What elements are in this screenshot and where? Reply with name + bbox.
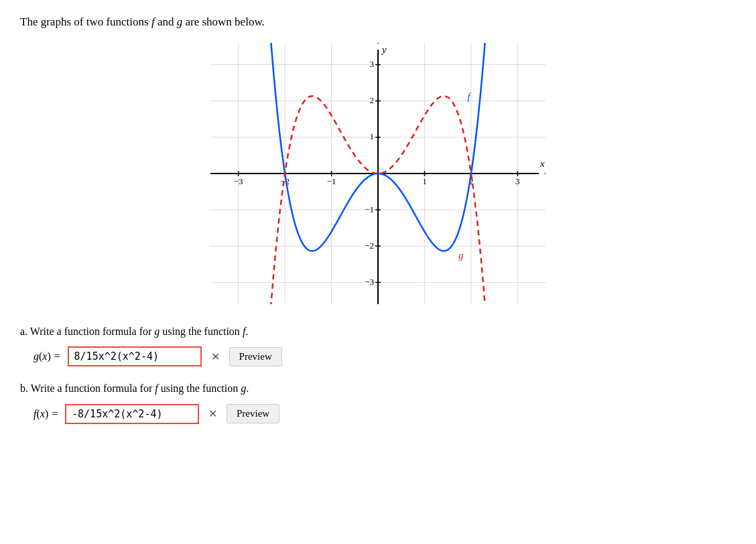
answer-b-preview-button[interactable]: Preview [227, 404, 279, 423]
question-b-text1: b. Write a function formula for [20, 383, 155, 394]
answer-a-preview-button[interactable]: Preview [229, 347, 282, 366]
question-a-label: a. Write a function formula for g using … [20, 323, 736, 340]
question-a-text2: using the function [160, 326, 243, 337]
question-b-period: . [246, 383, 249, 394]
graph-container [20, 43, 736, 304]
answer-a-row: g(x) = ✕ Preview [34, 346, 736, 366]
intro-text-after: are shown below. [182, 15, 265, 28]
answer-a-clear-button[interactable]: ✕ [208, 349, 223, 364]
intro-paragraph: The graphs of two functions f and g are … [20, 13, 736, 31]
answer-a-input[interactable] [68, 346, 202, 366]
answer-b-input[interactable] [65, 404, 199, 424]
intro-g-label: g [177, 15, 183, 28]
question-a-section: a. Write a function formula for g using … [20, 323, 736, 367]
question-a-text1: a. Write a function formula for [20, 326, 154, 337]
question-b-label: b. Write a function formula for f using … [20, 380, 736, 397]
question-b-section: b. Write a function formula for f using … [20, 380, 736, 424]
answer-b-func-label: f(x) = [34, 408, 58, 420]
graph-canvas [210, 43, 546, 304]
graph-area [210, 43, 546, 304]
intro-text-and: and [155, 15, 177, 28]
question-b-text2: using the function [158, 383, 241, 394]
answer-b-row: f(x) = ✕ Preview [34, 404, 736, 424]
answer-a-func-label: g(x) = [34, 350, 61, 362]
answer-a-func-name: g [34, 350, 39, 362]
question-a-period: . [245, 326, 248, 337]
answer-b-clear-button[interactable]: ✕ [206, 406, 220, 421]
intro-text-before-f: The graphs of two functions [20, 15, 151, 28]
